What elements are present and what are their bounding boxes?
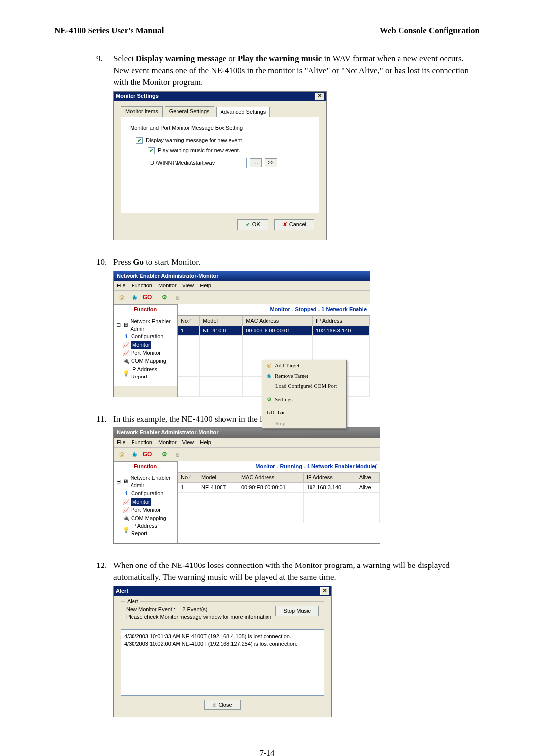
menu-remove-target[interactable]: ◉Remove Target (262, 371, 346, 381)
stop-music-button[interactable]: Stop Music (275, 606, 319, 616)
toolbar-exit-icon[interactable]: ⎘ (173, 292, 182, 302)
tree-root-icon: 🖥 (123, 321, 128, 329)
step-12-num: 12. (96, 560, 113, 571)
col-ip[interactable]: IP Address (313, 316, 370, 326)
col-no[interactable]: No ∕ (178, 316, 200, 326)
alert-group: Alert New Monitor Event : 2 Event(s) Ple… (121, 601, 324, 625)
col-model[interactable]: Model (198, 472, 238, 482)
menu-go[interactable]: GOGo (262, 407, 346, 418)
menu-monitor[interactable]: Monitor (158, 439, 177, 446)
toolbar-remove-icon[interactable]: ◉ (130, 449, 139, 459)
settings-icon: ⚙ (267, 396, 272, 403)
ok-button[interactable]: ✔OK (237, 219, 268, 230)
step-9: 9. Select Display warning message or Pla… (96, 53, 480, 250)
tree-collapse-icon[interactable]: ⊟ (116, 478, 121, 485)
toolbar-exit-icon[interactable]: ⎘ (173, 449, 182, 459)
tree-port-monitor-icon: 📈 (123, 506, 129, 514)
tree-ip-report[interactable]: IP Address Report (131, 522, 175, 538)
go-icon: GO (267, 409, 275, 416)
function-label: Function (114, 304, 177, 315)
menu-load-com[interactable]: Load Configured COM Port (262, 381, 346, 391)
alert-legend: Alert (125, 598, 140, 605)
step-11: 11. In this example, the NE-4100 shown i… (96, 413, 480, 554)
col-no[interactable]: No ∕ (178, 472, 198, 482)
checkbox-display-warning[interactable]: ✔ (136, 137, 143, 144)
tree-config-icon: ℹ (123, 333, 129, 340)
col-mac[interactable]: MAC Address (243, 316, 313, 326)
table-row[interactable] (178, 336, 370, 346)
alert-log[interactable]: 4/30/2003 10:01:33 AM NE-4100T (192.168.… (121, 629, 324, 696)
tree-monitor[interactable]: Monitor (131, 341, 151, 349)
function-label: Function (114, 461, 177, 472)
cancel-button[interactable]: ✘Cancel (274, 219, 314, 230)
close-icon[interactable]: ✕ (320, 587, 329, 595)
step-9-body: Select Display warning message or Play t… (113, 53, 480, 250)
col-mac[interactable]: MAC Address (238, 472, 303, 482)
table-row[interactable]: 1 NE-4100T 00:90:E8:00:00:01 192.168.3.1… (178, 326, 370, 335)
table-row[interactable] (178, 513, 380, 523)
toolbar-go-icon[interactable]: GO (142, 449, 152, 459)
close-button[interactable]: ⎋ Close (204, 700, 240, 710)
device-grid-running: No ∕ Model MAC Address IP Address Alive … (178, 472, 380, 523)
toolbar-target-icon[interactable]: ◎ (117, 292, 127, 302)
header-right: Web Console Configuration (380, 25, 480, 37)
tree-root[interactable]: Network Enabler Admir (130, 318, 175, 333)
col-alive[interactable]: Alive (356, 472, 379, 482)
checkbox-play-music[interactable]: ✔ (148, 147, 155, 154)
admin-window-running: Network Enabler Administrator-Monitor Fi… (113, 427, 380, 543)
tree-collapse-icon[interactable]: ⊟ (116, 321, 121, 329)
cancel-button-label: Cancel (289, 221, 306, 228)
tree-com-mapping-icon: 🔌 (123, 515, 129, 522)
tree-monitor-icon: 📈 (123, 341, 129, 349)
menu-help[interactable]: Help (200, 439, 211, 446)
admin-titlebar: Network Enabler Administrator-Monitor (114, 271, 370, 281)
menu-monitor[interactable]: Monitor (158, 282, 177, 289)
step-10-num: 10. (96, 256, 113, 268)
browse-button[interactable]: … (250, 158, 262, 167)
remove-icon: ◉ (267, 372, 272, 379)
col-ip[interactable]: IP Address (303, 472, 356, 482)
toolbar-settings-icon[interactable]: ⚙ (160, 292, 170, 302)
menu-view[interactable]: View (182, 282, 194, 289)
tab-advanced-settings[interactable]: Advanced Settings (216, 107, 270, 117)
tree-monitor[interactable]: Monitor (131, 498, 151, 506)
cell-model: NE-4100T (200, 326, 243, 335)
menu-help[interactable]: Help (200, 282, 211, 289)
toolbar-go-icon[interactable]: GO (142, 292, 152, 302)
menu-file[interactable]: File (117, 282, 126, 289)
tab-monitor-items[interactable]: Monitor Items (121, 106, 163, 116)
tree-com-mapping[interactable]: COM Mapping (131, 515, 166, 522)
alert-dialog: Alert ✕ Alert New Monitor Event : (113, 586, 332, 717)
step-9-text-b: or (226, 54, 238, 63)
table-row[interactable] (178, 346, 370, 356)
monitor-settings-dialog: Monitor Settings ✕ Monitor Items General… (113, 91, 327, 240)
function-tree: ⊟🖥Network Enabler Admir ℹConfiguration 📈… (114, 472, 177, 543)
step-9-text-a: Select (113, 54, 136, 63)
menu-settings[interactable]: ⚙Settings (262, 394, 346, 405)
menu-function[interactable]: Function (132, 439, 152, 446)
menu-file[interactable]: File (117, 439, 126, 446)
wav-path-input[interactable]: D:\WINNT\Media\start.wav (148, 158, 247, 168)
tree-root[interactable]: Network Enabler Admir (130, 474, 175, 490)
table-row[interactable] (178, 503, 380, 513)
menu-view[interactable]: View (182, 439, 194, 446)
tree-port-monitor[interactable]: Port Monitor (131, 506, 161, 514)
close-icon[interactable]: ✕ (315, 93, 324, 100)
tab-general-settings[interactable]: General Settings (165, 106, 214, 116)
close-button-label: Close (218, 701, 232, 709)
toolbar-settings-icon[interactable]: ⚙ (160, 449, 170, 459)
menu-add-target[interactable]: ◎Add Target (262, 360, 346, 371)
table-row[interactable]: 1 NE-4100T 00:90:E8:00:00:01 192.168.3.1… (178, 482, 380, 492)
tree-configuration[interactable]: Configuration (131, 490, 163, 497)
toolbar-remove-icon[interactable]: ◉ (130, 292, 139, 302)
table-row[interactable] (178, 493, 380, 503)
tree-ip-report[interactable]: IP Address Report (131, 366, 175, 381)
tree-port-monitor[interactable]: Port Monitor (131, 349, 161, 357)
menu-function[interactable]: Function (132, 282, 152, 289)
toolbar-target-icon[interactable]: ◎ (117, 449, 127, 459)
col-model[interactable]: Model (200, 316, 243, 326)
tree-com-mapping[interactable]: COM Mapping (131, 357, 166, 365)
play-button[interactable]: >> (265, 158, 277, 167)
target-icon: ◎ (267, 362, 272, 369)
tree-configuration[interactable]: Configuration (131, 333, 163, 340)
